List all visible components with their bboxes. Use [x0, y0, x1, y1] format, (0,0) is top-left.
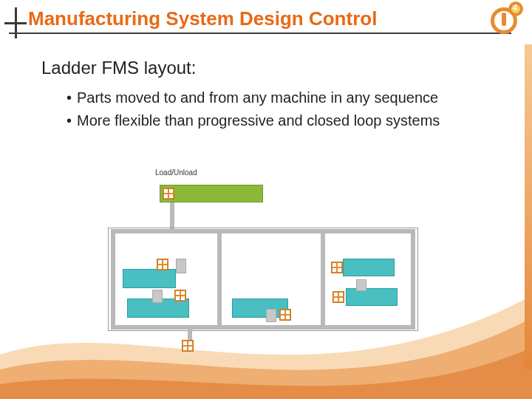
rail-segment [321, 229, 325, 330]
station-icon [157, 259, 168, 270]
load-unload-block [160, 185, 263, 202]
pad-block [266, 309, 276, 322]
content-area: Ladder FMS layout: Parts moved to and fr… [41, 58, 502, 134]
rail-segment [111, 229, 415, 233]
bullet-list: Parts moved to and from any machine in a… [66, 89, 502, 130]
station-icon [279, 309, 291, 321]
pad-block [176, 259, 186, 273]
diagram-caption: Load/Unload [155, 168, 197, 177]
subtitle: Ladder FMS layout: [41, 58, 502, 78]
slide-title: Manufacturing System Design Control [28, 7, 377, 30]
pad-block [356, 279, 366, 291]
rail-segment [111, 229, 115, 330]
rail-segment [170, 202, 174, 229]
machine-block [343, 259, 395, 276]
pad-block [152, 290, 163, 303]
station-icon [163, 188, 174, 200]
fms-diagram [108, 182, 418, 352]
rail-segment [411, 229, 415, 330]
logo-badge-number: 4 [513, 3, 517, 12]
station-icon [174, 290, 186, 301]
brand-logo: 4 [488, 3, 522, 37]
machine-block [123, 269, 176, 288]
machine-block [346, 288, 398, 306]
bullet-item: More flexible than progressive and close… [66, 112, 502, 130]
title-rule [9, 33, 511, 34]
station-icon [182, 340, 194, 352]
slide: Manufacturing System Design Control 4 La… [0, 0, 532, 399]
rail-segment [217, 229, 222, 330]
bullet-item: Parts moved to and from any machine in a… [66, 89, 502, 107]
rail-segment [111, 325, 415, 330]
station-icon [332, 291, 344, 303]
station-icon [331, 262, 343, 273]
background-edge-right [525, 44, 532, 369]
